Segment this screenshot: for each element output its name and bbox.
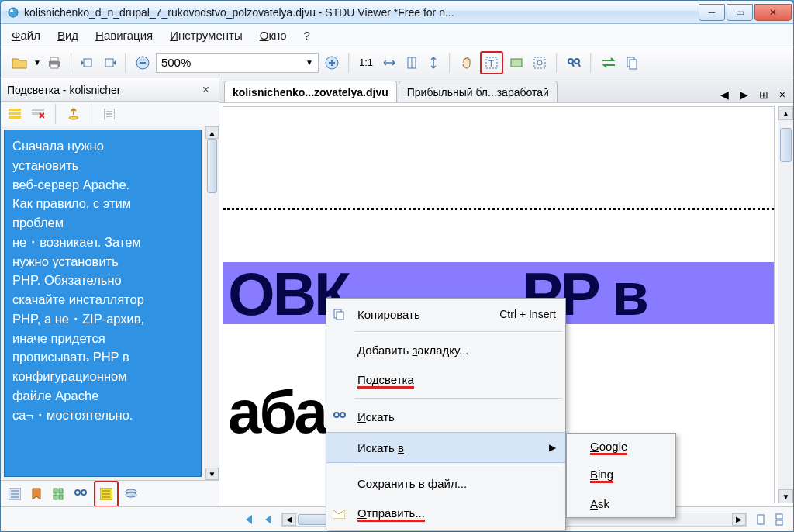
scroll-thumb[interactable] [207,139,217,193]
sidebar-close-button[interactable]: × [199,83,212,97]
zoom-in-button[interactable] [322,53,342,73]
prev-page-button[interactable] [258,510,277,530]
menu-window[interactable]: Окно [260,29,287,42]
zoom-dropdown-icon[interactable]: ▼ [306,58,313,67]
svg-rect-30 [54,489,57,493]
fit-page-button[interactable] [402,53,421,73]
sync-button[interactable] [598,53,620,73]
svg-rect-25 [32,109,44,111]
svg-rect-21 [630,60,637,69]
context-highlight[interactable]: Подсветка [326,365,565,396]
highlight-delete-button[interactable] [29,104,47,124]
zoom-out-button[interactable] [133,53,153,73]
doc-tab-active[interactable]: kolisnichenko...zovatelya.djvu [224,81,397,102]
sidebar-tab-title: Подсветка - kolisnicher [7,84,199,96]
scroll-left-icon[interactable]: ◀ [282,513,296,526]
minimize-button[interactable]: ─ [699,4,725,21]
scroll-up-icon[interactable]: ▲ [778,106,793,120]
svg-rect-24 [9,116,21,119]
first-page-button[interactable] [238,510,257,530]
svg-point-17 [537,60,542,65]
main-toolbar: ▼ 500% ▼ 1:1 T [1,47,793,78]
tab-prev-button[interactable]: ◀ [717,87,732,102]
svg-point-34 [75,490,80,495]
svg-point-0 [9,8,18,17]
svg-rect-16 [534,57,545,68]
svg-point-35 [81,490,86,495]
open-button[interactable] [9,53,30,73]
scroll-up-icon[interactable]: ▲ [205,126,219,139]
context-save-to-file[interactable]: Сохранить в файл... [326,468,565,499]
copy-shortcut: Ctrl + Insert [499,308,556,320]
highlight-export-button[interactable] [64,104,83,124]
svg-rect-31 [59,489,63,493]
svg-rect-8 [140,62,146,64]
rotate-right-button[interactable] [100,53,119,73]
scroll-down-icon[interactable]: ▼ [205,468,219,480]
envelope-icon [333,510,348,519]
sidebar: Подсветка - kolisnicher × Сначала нужно … [1,78,219,506]
svg-text:T: T [488,59,494,68]
menubar: Файл Вид Навигация Инструменты Окно ? [1,24,793,47]
highlight-list-button[interactable] [5,104,24,124]
continuous-view-button[interactable] [770,510,789,530]
search-tab-button[interactable] [71,484,91,504]
find-button[interactable] [564,53,584,73]
scroll-down-icon[interactable]: ▼ [778,489,793,503]
open-dropdown-icon[interactable]: ▼ [33,58,41,67]
close-button[interactable]: ✕ [754,4,792,21]
doc-tab-second[interactable]: Прибыльный бл...заработай [399,81,558,102]
context-search-in[interactable]: Искать в ▶ [326,432,565,463]
svg-point-1 [10,9,13,12]
submenu-google[interactable]: Google [567,434,675,461]
context-add-bookmark[interactable]: Добавить закладку... [326,334,565,365]
svg-rect-3 [50,57,58,61]
submenu-bing[interactable]: Bing [567,461,675,489]
scroll-right-icon[interactable]: ▶ [732,513,746,526]
svg-rect-23 [9,112,21,115]
tab-grid-button[interactable]: ⊞ [756,87,772,102]
submenu-arrow-icon: ▶ [549,442,556,453]
svg-point-38 [126,492,136,497]
contents-tab-button[interactable] [5,484,24,504]
highlight-options-button[interactable] [100,104,119,124]
svg-rect-32 [54,495,57,499]
zoom-level-input[interactable]: 500% ▼ [156,53,319,73]
menu-file[interactable]: Файл [12,29,40,42]
page-vertical-scrollbar[interactable]: ▲ ▼ [778,106,793,503]
select-region-tool-button[interactable] [506,53,526,73]
highlight-tab-button[interactable] [97,484,116,504]
fit-actual-button[interactable]: 1:1 [356,53,376,73]
highlight-text-content[interactable]: Сначала нужно установить веб-сервер Apac… [4,130,202,477]
tab-next-button[interactable]: ▶ [737,87,751,102]
maximize-button[interactable]: ▭ [727,4,753,21]
menu-help[interactable]: ? [304,29,310,42]
menu-navigation[interactable]: Навигация [95,29,153,42]
menu-tools[interactable]: Инструменты [170,29,243,42]
context-search[interactable]: Искать [326,401,565,432]
fit-height-button[interactable] [424,53,443,73]
hand-tool-button[interactable] [457,53,477,73]
bookmarks-tab-button[interactable] [27,484,46,504]
window-title: kolisnichenko_d_n_drupal_7_rukovodstvo_p… [24,6,697,19]
svg-rect-6 [105,59,113,67]
layers-tab-button[interactable] [122,484,140,504]
svg-rect-40 [776,514,782,519]
snapshot-tool-button[interactable] [530,53,550,73]
context-menu: Копировать Ctrl + Insert Добавить заклад… [326,298,566,530]
svg-point-27 [69,116,78,119]
rotate-left-button[interactable] [78,53,97,73]
sidebar-scrollbar[interactable]: ▲ ▼ [205,126,219,480]
menu-view[interactable]: Вид [57,29,78,42]
context-send[interactable]: Отправить... [326,499,565,530]
print-button[interactable] [44,53,64,73]
single-page-view-button[interactable] [751,510,770,530]
submenu-ask[interactable]: Ask [567,489,675,517]
tab-close-button[interactable]: × [776,87,789,102]
context-copy[interactable]: Копировать Ctrl + Insert [326,299,565,330]
select-text-tool-button[interactable]: T [482,53,502,73]
fit-width-button[interactable] [379,53,399,73]
thumbnails-tab-button[interactable] [49,484,67,504]
scroll-thumb[interactable] [780,128,792,162]
copy-button[interactable] [623,53,641,73]
